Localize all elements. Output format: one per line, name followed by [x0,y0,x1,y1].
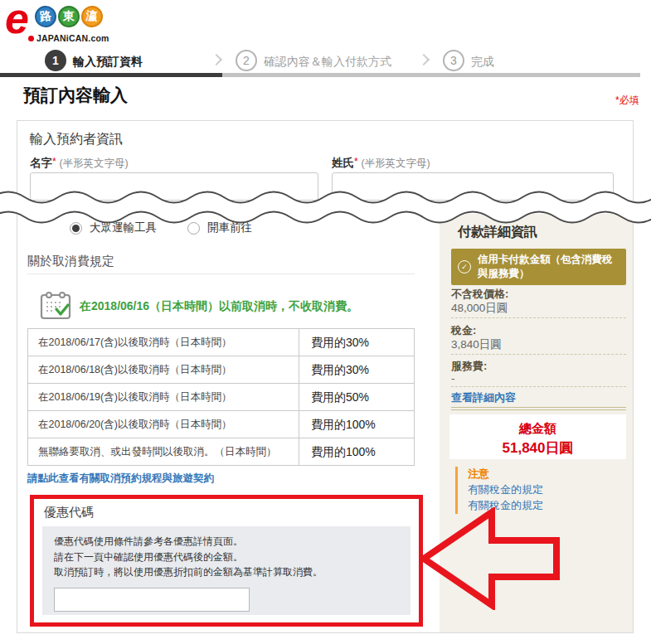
step-2-circle: 2 [236,50,257,71]
logo-circles: 路 東 瀛 [35,6,103,27]
divider [27,274,415,274]
tax-label: 稅金: [451,323,476,338]
tax-rule-link[interactable]: 有關稅金的規定 [468,482,543,498]
logo-circle-ying: 瀛 [80,5,104,29]
promo-code-input[interactable] [54,588,250,612]
credit-card-amount-badge: ✓ 信用卡付款金額（包含消費稅與服務費） [451,249,626,285]
promo-info-line: 請在下一頁中確認使用優惠代碼後的金額。 [54,550,399,565]
fee-amount: 費用的100% [299,438,414,465]
logo-dot-icon [28,36,34,41]
step-3-label: 完成 [471,55,494,68]
chevron-right-icon [418,54,430,65]
chevron-right-icon [211,54,222,65]
table-row: 在2018/06/19(含)以後取消時（日本時間） 費用的50% [27,384,415,411]
table-row: 在2018/06/17(含)以後取消時（日本時間） 費用的30% [27,329,415,356]
cancellation-policy-link[interactable]: 請點此查看有關取消預約規程與旅遊契約 [27,472,214,486]
cancellation-fee-table: 在2018/06/17(含)以後取消時（日本時間） 費用的30% 在2018/0… [27,328,415,466]
fee-condition: 在2018/06/18(含)以後取消時（日本時間） [28,356,299,383]
total-amount-box: 總金額 51,840日圓 [449,414,626,459]
divider [451,354,626,355]
step-1-label: 輸入預訂資料 [73,55,143,68]
price-excl-tax-value: 48,000日圓 [451,301,508,316]
required-asterisk: * [354,156,358,167]
total-label: 總金額 [449,421,626,437]
required-asterisk: * [52,156,56,167]
page-title: 預訂內容輸入 [23,84,128,107]
fee-amount: 費用的30% [299,329,414,356]
tax-value: 3,840日圓 [451,337,502,352]
japanican-logo[interactable]: e 路 東 瀛 JAPANiCAN.com [0,0,149,46]
logo-circle-lu: 路 [34,5,58,29]
badge-label: 信用卡付款金額（包含消費稅與服務費） [478,253,619,281]
promo-info-line: 取消預訂時，將以使用優惠折扣前的金額為基準計算取消費。 [54,564,399,580]
first-name-label: 名字* (半形英文字母) [30,156,129,171]
divider [451,386,626,387]
stepper-progress-done [0,73,222,77]
total-value: 51,840日圓 [449,438,626,458]
fee-condition: 在2018/06/19(含)以後取消時（日本時間） [28,384,299,410]
step-2-label: 確認內容＆輸入付款方式 [264,55,391,68]
fee-amount: 費用的100% [299,411,414,438]
highlight-arrow-icon [419,507,561,610]
last-name-label: 姓氏* (半形英文字母) [332,156,430,171]
price-excl-tax-label: 不含稅價格: [451,287,508,302]
required-legend: *必填 [615,94,639,108]
divider [451,317,626,318]
logo-e-mark: e [5,0,29,40]
fee-condition: 在2018/06/20(含)以後取消時（日本時間） [28,411,299,438]
cancellation-heading: 關於取消費規定 [27,254,114,269]
step-3-circle: 3 [443,50,464,71]
table-row: 在2018/06/20(含)以後取消時（日本時間） 費用的100% [27,411,415,438]
calendar-check-icon [38,288,73,322]
service-fee-value: - [451,372,455,385]
double-divider [451,407,626,410]
promo-code-heading: 優惠代碼 [44,505,94,521]
logo-domain-text: JAPANiCAN.com [28,33,109,43]
fee-condition: 無聯絡要取消、或出發時間以後取消。（日本時間） [28,438,299,465]
table-row: 無聯絡要取消、或出發時間以後取消。（日本時間） 費用的100% [27,438,415,466]
promo-code-section: 優惠代碼 優惠代碼使用條件請參考各優惠詳情頁面。 請在下一頁中確認使用優惠代碼後… [30,495,423,627]
service-fee-label: 服務費: [451,359,487,374]
fee-amount: 費用的30% [299,356,414,383]
logo-circle-dong: 東 [58,6,80,27]
torn-edge-separator [0,184,651,230]
free-cancellation-notice: 在2018/06/16（日本時間）以前取消時，不收取消費。 [80,299,358,314]
stepper-progress-bar [0,73,640,77]
fee-condition: 在2018/06/17(含)以後取消時（日本時間） [28,329,299,356]
view-details-link[interactable]: 查看詳細內容 [451,390,516,405]
booking-page: e 路 東 瀛 JAPANiCAN.com 1 輸入預訂資料 2 確認內容＆輸入… [0,0,651,644]
promo-code-info-box: 優惠代碼使用條件請參考各優惠詳情頁面。 請在下一頁中確認使用優惠代碼後的金額。 … [42,526,411,615]
table-row: 在2018/06/18(含)以後取消時（日本時間） 費用的30% [27,356,415,384]
step-1-circle: 1 [45,50,66,71]
check-circle-icon: ✓ [458,260,471,274]
note-heading: 注意 [468,467,543,482]
fee-amount: 費用的50% [299,384,414,410]
promo-info-line: 優惠代碼使用條件請參考各優惠詳情頁面。 [54,534,399,550]
booker-info-heading: 輸入預約者資訊 [30,131,123,148]
